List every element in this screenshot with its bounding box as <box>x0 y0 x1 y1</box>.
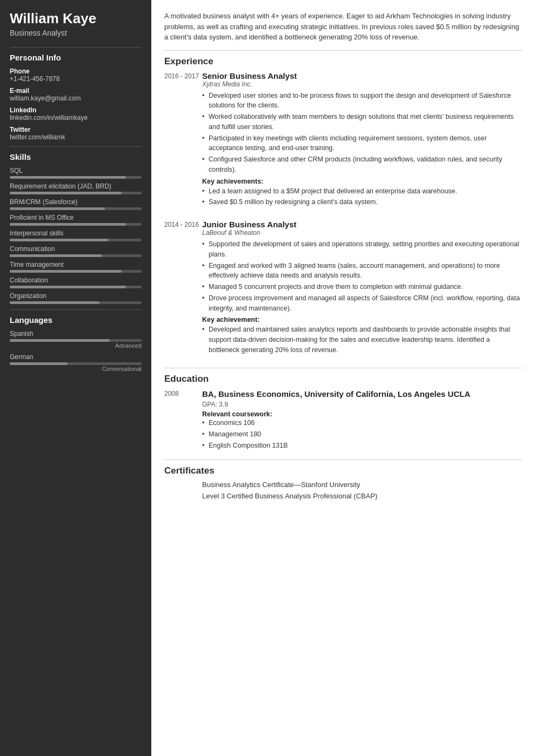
skill-bar <box>10 301 142 304</box>
cert-spacer <box>164 492 202 502</box>
skill-label: SQL <box>10 167 142 174</box>
edu-content: BA, Business Economics, University of Ca… <box>202 389 522 454</box>
language-bar-fill <box>10 362 68 365</box>
cert-spacer <box>164 481 202 491</box>
skill-bar <box>10 239 142 241</box>
exp-content: Senior Business AnalystXytras Media Inc.… <box>202 71 522 211</box>
key-achievement-bullet: Led a team assigned to a $5M project tha… <box>202 186 522 197</box>
exp-bullet: Supported the development of sales and o… <box>202 239 522 260</box>
key-achievements-label: Key achievements: <box>202 178 522 185</box>
key-achievements-list: Developed and maintained sales analytics… <box>202 325 522 355</box>
coursework-label: Relevant coursework: <box>202 410 522 418</box>
course-item: Economics 106 <box>202 418 522 428</box>
exp-bullet: Participated in key meetings with client… <box>202 133 522 154</box>
experience-list: 2016 - 2017Senior Business AnalystXytras… <box>164 71 522 358</box>
candidate-title: Business Analyst <box>10 29 142 37</box>
education-section-title: Education <box>164 374 522 384</box>
course-item: Management 180 <box>202 429 522 440</box>
skill-label: Time management <box>10 261 142 268</box>
skill-label: Organization <box>10 292 142 300</box>
skill-label: Interpersonal skills <box>10 230 142 237</box>
language-bar <box>10 339 142 342</box>
language-label: Spanish <box>10 330 142 338</box>
skills-list: SQLRequirement elicitation (JAD, BRD)BRM… <box>10 167 142 304</box>
skill-label: BRM/CRM (Salesforce) <box>10 198 142 206</box>
exp-company: LaBeouf & Wheaton <box>202 229 522 237</box>
edu-date: 2008 <box>164 389 202 454</box>
summary-text: A motivated business analyst with 4+ yea… <box>164 11 522 43</box>
exp-company: Xytras Media Inc. <box>202 80 522 88</box>
certificates-section-title: Certificates <box>164 465 522 476</box>
exp-bullet: Worked collaboratively with team members… <box>202 112 522 132</box>
skill-bar <box>10 270 142 273</box>
course-item: English Composition 131B <box>202 441 522 451</box>
certificate-item: Business Analytics Certificate—Stanford … <box>164 481 522 491</box>
languages-list: SpanishAdvancedGermanConversational <box>10 330 142 372</box>
exp-bullet: Managed 5 concurrent projects and drove … <box>202 282 522 292</box>
skill-label: Proficient in MS Office <box>10 214 142 221</box>
personal-info-section-title: Personal Info <box>10 47 142 62</box>
exp-bullet: Drove process improvement and managed al… <box>202 293 522 314</box>
skill-bar-fill <box>10 176 126 179</box>
certificate-item: Level 3 Certified Business Analysis Prof… <box>164 492 522 502</box>
skill-bar-fill <box>10 301 99 304</box>
exp-bullet: Configured Salesforce and other CRM prod… <box>202 154 522 175</box>
email-value: william.kaye@gmail.com <box>10 94 142 102</box>
certificate-text: Business Analytics Certificate—Stanford … <box>202 481 360 489</box>
experience-item: 2014 - 2016Junior Business AnalystLaBeou… <box>164 220 522 358</box>
exp-job-title: Junior Business Analyst <box>202 220 522 229</box>
divider-experience <box>164 50 522 51</box>
skill-bar <box>10 286 142 288</box>
education-item: 2008BA, Business Economics, University o… <box>164 389 522 454</box>
exp-date: 2016 - 2017 <box>164 71 202 211</box>
skill-bar-fill <box>10 254 102 257</box>
edu-degree: BA, Business Economics, University of Ca… <box>202 389 522 400</box>
twitter-label: Twitter <box>10 126 142 133</box>
phone-label: Phone <box>10 68 142 75</box>
exp-bullet: Developed user stories and to-be process… <box>202 91 522 111</box>
exp-content: Junior Business AnalystLaBeouf & Wheaton… <box>202 220 522 358</box>
skill-bar <box>10 254 142 257</box>
key-achievements-label: Key achievement: <box>202 316 522 323</box>
candidate-name: William Kaye <box>10 11 142 26</box>
exp-job-title: Senior Business Analyst <box>202 71 522 80</box>
skill-bar-fill <box>10 270 122 273</box>
skill-bar-fill <box>10 286 126 288</box>
coursework-list: Economics 106Management 180English Compo… <box>202 418 522 450</box>
skill-bar-fill <box>10 239 109 241</box>
language-label: German <box>10 353 142 361</box>
experience-section-title: Experience <box>164 56 522 67</box>
languages-section-title: Languages <box>10 309 142 325</box>
education-list: 2008BA, Business Economics, University o… <box>164 389 522 454</box>
language-level: Conversational <box>10 366 142 372</box>
phone-value: +1-421-456-7878 <box>10 75 142 83</box>
language-level: Advanced <box>10 342 142 349</box>
certificates-list: Business Analytics Certificate—Stanford … <box>164 481 522 502</box>
skill-bar-fill <box>10 223 126 226</box>
key-achievement-bullet: Developed and maintained sales analytics… <box>202 325 522 355</box>
email-label: E-mail <box>10 87 142 94</box>
skill-label: Collaboration <box>10 276 142 284</box>
key-achievement-bullet: Saved $0.5 million by redesigning a clie… <box>202 197 522 207</box>
exp-bullets: Supported the development of sales and o… <box>202 239 522 313</box>
exp-bullet: Engaged and worked with 3 aligned teams … <box>202 261 522 281</box>
language-bar <box>10 362 142 365</box>
skill-bar-fill <box>10 207 105 210</box>
edu-gpa: GPA: 3.9 <box>202 401 522 408</box>
skill-label: Requirement elicitation (JAD, BRD) <box>10 183 142 190</box>
skill-bar <box>10 176 142 179</box>
language-bar-fill <box>10 339 110 342</box>
exp-date: 2014 - 2016 <box>164 220 202 358</box>
skills-section-title: Skills <box>10 146 142 161</box>
experience-item: 2016 - 2017Senior Business AnalystXytras… <box>164 71 522 211</box>
skill-bar <box>10 192 142 194</box>
linkedin-value: linkedin.com/in/williamkaye <box>10 114 142 122</box>
skill-bar <box>10 223 142 226</box>
skill-label: Communication <box>10 245 142 253</box>
skill-bar-fill <box>10 192 122 194</box>
twitter-value: twitter.com/williamk <box>10 133 142 141</box>
key-achievements-list: Led a team assigned to a $5M project tha… <box>202 186 522 208</box>
linkedin-label: LinkedIn <box>10 106 142 114</box>
sidebar: William Kaye Business Analyst Personal I… <box>0 0 151 756</box>
skill-bar <box>10 207 142 210</box>
